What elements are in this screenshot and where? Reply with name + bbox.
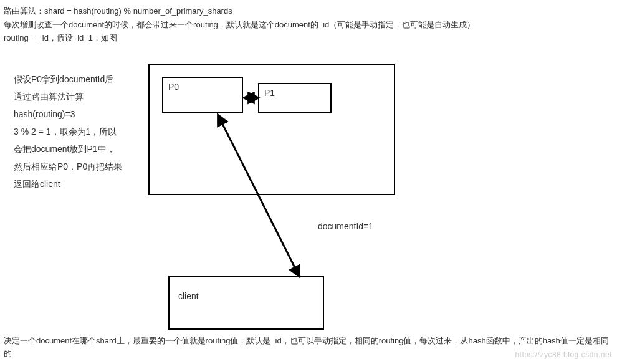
explanation-text: 假设P0拿到documentId后 通过路由算法计算 hash(routing)…: [14, 70, 141, 193]
diagram: 假设P0拿到documentId后 通过路由算法计算 hash(routing)…: [0, 46, 617, 332]
watermark: https://zyc88.blog.csdn.net: [515, 349, 612, 360]
explain-line: 假设P0拿到documentId后: [14, 70, 141, 88]
explain-line: 通过路由算法计算: [14, 88, 141, 105]
arrow-label: documentId=1: [318, 220, 373, 233]
intro-text: 路由算法：shard = hash(routing) % number_of_p…: [0, 0, 617, 44]
shard-p1: P1: [258, 83, 332, 113]
intro-line-2: 每次增删改查一个document的时候，都会带过来一个routing，默认就是这…: [4, 19, 613, 31]
explain-line: 返回给client: [14, 175, 141, 193]
intro-line-3: routing = _id，假设_id=1，如图: [4, 32, 613, 44]
explain-line: hash(routing)=3: [14, 105, 141, 123]
explain-line: 然后相应给P0，P0再把结果: [14, 158, 141, 175]
shard-p0-label: P0: [168, 82, 179, 92]
client-box: client: [168, 276, 324, 330]
shard-p0: P0: [162, 77, 243, 113]
explain-line: 会把document放到P1中，: [14, 140, 141, 158]
client-label: client: [178, 291, 199, 301]
explain-line: 3 % 2 = 1，取余为1，所以: [14, 123, 141, 140]
intro-line-1: 路由算法：shard = hash(routing) % number_of_p…: [4, 5, 613, 17]
shard-p1-label: P1: [264, 88, 275, 98]
